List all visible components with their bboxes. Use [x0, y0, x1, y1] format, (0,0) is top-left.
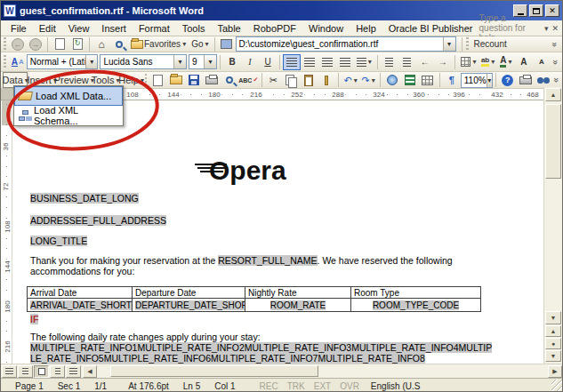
insert-table-button[interactable] — [419, 72, 437, 88]
document-page[interactable]: 36 72 108 144 180 216 Opera BUSINESS_DAT… — [1, 100, 543, 364]
menu-help[interactable]: Help — [350, 22, 382, 35]
field-if-marker[interactable]: IF — [30, 314, 38, 324]
chevron-down-icon[interactable]: ▾ — [204, 55, 216, 68]
menu-edit[interactable]: Edit — [33, 22, 62, 35]
normal-view-button[interactable] — [2, 365, 17, 378]
zoom-combo[interactable]: 110% ▾ — [461, 73, 493, 88]
paragraph-reservation[interactable]: Thank you for making your reservation at… — [30, 255, 480, 276]
next-page-button[interactable]: ▼ — [545, 350, 561, 362]
styles-and-formatting-button[interactable]: A A — [9, 54, 27, 70]
toolbar-options-chevron[interactable]: » — [547, 57, 563, 67]
align-right-button[interactable] — [318, 54, 336, 70]
menu-file[interactable]: File — [4, 22, 33, 35]
menu-robopdf[interactable]: RoboPDF — [247, 22, 302, 35]
field-departure-date[interactable]: DEPARTURE_DATE_SHORT — [135, 300, 245, 310]
field-room-type-code[interactable]: ROOM_TYPE_CODE — [373, 300, 459, 310]
chevron-down-icon[interactable]: ▾ — [85, 55, 97, 68]
insert-excel-button[interactable] — [401, 72, 419, 88]
format-painter-button[interactable] — [318, 72, 335, 88]
toolbar-options-chevron[interactable]: » — [548, 76, 563, 84]
title-bar[interactable]: W guest_confirmation.rtf - Microsoft Wor… — [1, 1, 562, 20]
go-button[interactable]: Go ▾ — [189, 36, 211, 52]
grow-font-button[interactable]: A — [515, 54, 533, 70]
font-size-combo[interactable]: 9 ▾ — [189, 54, 217, 69]
menu-view[interactable]: View — [62, 22, 96, 35]
status-rec[interactable]: REC — [255, 381, 283, 391]
underline-button[interactable]: U — [259, 54, 277, 70]
style-combo[interactable]: Normal + (Latir ▾ — [27, 54, 99, 69]
quick-print-button[interactable] — [517, 72, 535, 88]
bullets-button[interactable] — [398, 54, 416, 70]
favorites-button[interactable]: Favorites ▾ — [128, 36, 189, 52]
toolbar-grip[interactable] — [4, 55, 6, 68]
border-button[interactable]: ▾ — [458, 54, 479, 70]
horizontal-scrollbar[interactable]: ◀ ▶ — [1, 364, 563, 378]
increase-indent-button[interactable]: → — [434, 54, 452, 70]
undo-button[interactable]: ↶▾ — [342, 72, 359, 88]
resize-grip[interactable] — [551, 380, 563, 392]
web-layout-view-button[interactable] — [18, 365, 33, 378]
select-browse-object-button[interactable]: ● — [545, 338, 561, 349]
outline-view-button[interactable] — [50, 365, 65, 378]
spelling-button[interactable]: ABC✓ — [238, 72, 259, 88]
recount-button[interactable]: Recount — [471, 36, 534, 52]
help-button[interactable]: ? — [499, 72, 517, 88]
copy-button[interactable] — [282, 72, 300, 88]
decrease-indent-button[interactable]: ← — [416, 54, 434, 70]
status-ext[interactable]: EXT — [310, 381, 335, 391]
show-hide-marks-button[interactable]: ¶ — [443, 72, 461, 88]
vertical-ruler[interactable]: 36 72 108 144 180 216 — [1, 100, 12, 364]
toolbar-options-chevron[interactable]: » — [547, 39, 563, 50]
refresh-button[interactable]: ↻ — [68, 36, 86, 52]
print-button[interactable] — [203, 72, 221, 88]
vertical-scrollbar[interactable]: ▲ ▼ ▲ ● ▼ — [543, 87, 562, 364]
toolbar-grip[interactable] — [145, 74, 147, 87]
paste-button[interactable] — [300, 72, 318, 88]
scroll-down-button[interactable]: ▼ — [545, 311, 561, 324]
scroll-left-button[interactable]: ◀ — [83, 365, 97, 378]
font-color-button[interactable]: A▾ — [497, 54, 515, 70]
status-trk[interactable]: TRK — [283, 381, 310, 391]
search-web-button[interactable] — [110, 36, 128, 52]
menu-window[interactable]: Window — [302, 22, 350, 35]
menu-tools[interactable]: Tools — [176, 22, 212, 35]
stop-button[interactable] — [51, 36, 68, 52]
field-arrival-date[interactable]: ARRIVAL_DATE_SHORT — [30, 300, 132, 310]
field-business-date[interactable]: BUSINESS_DATE_LONG — [30, 193, 139, 204]
field-resort-name[interactable]: RESORT_FULL_NAME — [218, 255, 317, 266]
scroll-up-button[interactable]: ▲ — [545, 88, 561, 101]
toolbar-grip[interactable] — [466, 37, 469, 51]
show-web-toolbar-button[interactable] — [218, 36, 236, 52]
rate-info-fields[interactable]: MULTIPLE_RATE_INFO1MULTIPLE_RATE_INFO2MU… — [30, 342, 496, 364]
bold-button[interactable]: B — [223, 54, 241, 70]
open-button[interactable] — [167, 72, 185, 88]
scroll-right-button[interactable]: ▶ — [548, 365, 562, 378]
chevron-down-icon[interactable]: ▾ — [443, 37, 455, 51]
home-button[interactable]: ⌂ — [92, 36, 110, 52]
align-left-button[interactable] — [283, 54, 301, 70]
forward-button[interactable]: → — [27, 36, 44, 52]
highlight-button[interactable]: ab▾ — [479, 54, 496, 70]
italic-button[interactable]: I — [241, 54, 259, 70]
field-room-rate[interactable]: ROOM_RATE — [270, 300, 326, 310]
back-button[interactable]: ← — [9, 36, 27, 52]
status-ovr[interactable]: OVR — [335, 381, 364, 391]
field-long-title[interactable]: LONG_TITLE — [30, 236, 87, 246]
chevron-down-icon[interactable]: ▾ — [544, 24, 549, 33]
address-combo[interactable]: D:\customize\guest_confirmation.rtf ▾ — [236, 36, 456, 52]
print-preview-button[interactable] — [221, 72, 238, 88]
menu-item-load-xml-schema[interactable]: Load XML Schema... — [14, 106, 123, 125]
multiple-rate-info[interactable]: MULTIPLE_RATE_INFO1MULTIPLE_RATE_INFO2MU… — [30, 342, 492, 364]
previous-page-button[interactable]: ▲ — [545, 325, 561, 337]
horizontal-scroll-thumb[interactable] — [110, 365, 318, 377]
close-icon[interactable]: ✕ — [551, 24, 559, 33]
align-center-button[interactable] — [301, 54, 318, 70]
reading-layout-button[interactable] — [66, 365, 81, 378]
redo-button[interactable]: ↷▾ — [359, 72, 377, 88]
menu-format[interactable]: Format — [133, 22, 176, 35]
toolbar-grip[interactable] — [4, 37, 6, 51]
field-addressee[interactable]: ADDRESSEE_FULL_ADDRESS — [30, 215, 166, 226]
numbering-button[interactable] — [381, 54, 398, 70]
insert-hyperlink-button[interactable] — [383, 72, 401, 88]
new-document-button[interactable] — [149, 72, 167, 88]
